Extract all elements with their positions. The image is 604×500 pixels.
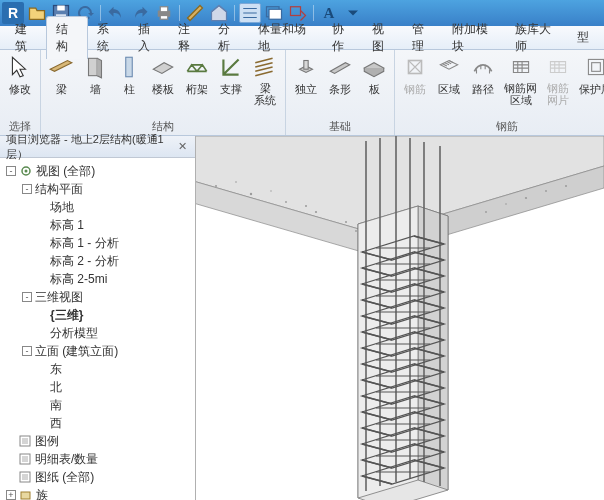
tree-label: 结构平面 — [35, 181, 83, 198]
tree-toggle-icon[interactable]: + — [6, 490, 16, 500]
tree-row[interactable]: -视图 (全部) — [2, 162, 193, 180]
svg-rect-13 — [588, 59, 603, 74]
area-button[interactable]: 区域 — [433, 52, 465, 99]
slab-button[interactable]: 板 — [358, 52, 390, 99]
svg-point-45 — [505, 203, 507, 205]
tree-toggle-icon[interactable]: - — [22, 292, 32, 302]
svg-point-42 — [525, 197, 527, 199]
tree-row[interactable]: 西 — [2, 414, 193, 432]
truss-button[interactable]: 桁架 — [181, 52, 213, 99]
svg-point-35 — [235, 181, 237, 183]
brace-icon — [218, 54, 244, 80]
svg-point-38 — [355, 230, 357, 232]
model-canvas — [196, 136, 604, 500]
strip-icon — [327, 54, 353, 80]
cover-button[interactable]: 保护层 — [576, 52, 604, 99]
svg-rect-9 — [89, 58, 98, 75]
tree-row[interactable]: 标高 1 - 分析 — [2, 234, 193, 252]
tree-row[interactable]: 明细表/数量 — [2, 450, 193, 468]
tree-row[interactable]: 分析模型 — [2, 324, 193, 342]
cover-icon — [583, 54, 605, 80]
project-browser: 项目浏览器 - 地上2层结构(暖通1层） ✕ -视图 (全部)-结构平面 场地 … — [0, 136, 196, 500]
tree-row[interactable]: 北 — [2, 378, 193, 396]
slab-icon — [361, 54, 387, 80]
isolated-button[interactable]: 独立 — [290, 52, 322, 99]
fabric-area-icon — [508, 54, 534, 80]
svg-point-31 — [250, 193, 252, 195]
tree-row[interactable]: +族 — [2, 486, 193, 500]
svg-point-37 — [305, 205, 307, 207]
floor-icon — [150, 54, 176, 80]
views-icon — [19, 165, 33, 177]
tree-label: 族 — [36, 487, 48, 501]
browser-title: 项目浏览器 - 地上2层结构(暖通1层） — [6, 132, 175, 162]
group-label-foundation: 基础 — [290, 117, 390, 135]
svg-point-46 — [545, 190, 547, 192]
svg-point-34 — [345, 221, 347, 223]
column-button[interactable]: 柱 — [113, 52, 145, 99]
tree-label: 图纸 (全部) — [35, 469, 94, 486]
tree-row[interactable]: -立面 (建筑立面) — [2, 342, 193, 360]
floor-button[interactable]: 楼板 — [147, 52, 179, 99]
tree-label: 南 — [50, 397, 62, 414]
path-button[interactable]: 路径 — [467, 52, 499, 99]
wall-icon — [82, 54, 108, 80]
tree-label: 图例 — [35, 433, 59, 450]
tree-row[interactable]: -三维视图 — [2, 288, 193, 306]
tree-label: 明细表/数量 — [35, 451, 98, 468]
tree-label: 标高 2 - 分析 — [50, 253, 119, 270]
tree-row[interactable]: 东 — [2, 360, 193, 378]
workspace: 项目浏览器 - 地上2层结构(暖通1层） ✕ -视图 (全部)-结构平面 场地 … — [0, 136, 604, 500]
strip-button[interactable]: 条形 — [324, 52, 356, 99]
tree-label: 东 — [50, 361, 62, 378]
rebar-icon — [402, 54, 428, 80]
family-icon — [19, 489, 33, 500]
fabric-sheet-button[interactable]: 钢筋网片 — [542, 52, 574, 108]
tree-row[interactable]: 南 — [2, 396, 193, 414]
column-icon — [116, 54, 142, 80]
svg-point-43 — [565, 185, 567, 187]
wall-button[interactable]: 墙 — [79, 52, 111, 99]
path-icon — [470, 54, 496, 80]
browser-header[interactable]: 项目浏览器 - 地上2层结构(暖通1层） ✕ — [0, 136, 195, 158]
tree-row[interactable]: 图纸 (全部) — [2, 468, 193, 486]
modify-button[interactable]: 修改 — [4, 52, 36, 99]
tree-toggle-icon[interactable]: - — [6, 166, 16, 176]
sheet-icon — [18, 453, 32, 465]
ribbon-tabs: 建筑 结构 系统 插入 注释 分析 体量和场地 协作 视图 管理 附加模块 族库… — [0, 26, 604, 50]
svg-rect-11 — [304, 61, 308, 70]
svg-point-33 — [315, 211, 317, 213]
tree-toggle-icon[interactable]: - — [22, 184, 32, 194]
svg-rect-29 — [21, 492, 30, 499]
isolated-icon — [293, 54, 319, 80]
tree-row[interactable]: 场地 — [2, 198, 193, 216]
beam-system-icon — [252, 54, 278, 80]
tree-label: 三维视图 — [35, 289, 83, 306]
area-icon — [436, 54, 462, 80]
beam-button[interactable]: 梁 — [45, 52, 77, 99]
browser-tree[interactable]: -视图 (全部)-结构平面 场地 标高 1 标高 1 - 分析 标高 2 - 分… — [0, 158, 195, 500]
rebar-button[interactable]: 钢筋 — [399, 52, 431, 99]
fabric-sheet-icon — [545, 54, 571, 80]
cursor-icon — [7, 54, 33, 80]
tree-row[interactable]: 图例 — [2, 432, 193, 450]
tree-row[interactable]: {三维} — [2, 306, 193, 324]
beam-system-button[interactable]: 梁系统 — [249, 52, 281, 108]
tree-label: 标高 2-5mi — [50, 271, 107, 288]
svg-point-32 — [285, 201, 287, 203]
tab-extra[interactable]: 型 — [568, 25, 598, 50]
3d-viewport[interactable] — [196, 136, 604, 500]
fabric-area-button[interactable]: 钢筋网区域 — [501, 52, 540, 108]
tree-label: 标高 1 - 分析 — [50, 235, 119, 252]
tree-label: 标高 1 — [50, 217, 84, 234]
tree-row[interactable]: -结构平面 — [2, 180, 193, 198]
tree-label: 分析模型 — [50, 325, 98, 342]
tree-label: 场地 — [50, 199, 74, 216]
close-icon[interactable]: ✕ — [175, 140, 189, 154]
tree-row[interactable]: 标高 2-5mi — [2, 270, 193, 288]
tree-toggle-icon[interactable]: - — [22, 346, 32, 356]
beam-icon — [48, 54, 74, 80]
brace-button[interactable]: 支撑 — [215, 52, 247, 99]
tree-row[interactable]: 标高 1 — [2, 216, 193, 234]
tree-row[interactable]: 标高 2 - 分析 — [2, 252, 193, 270]
